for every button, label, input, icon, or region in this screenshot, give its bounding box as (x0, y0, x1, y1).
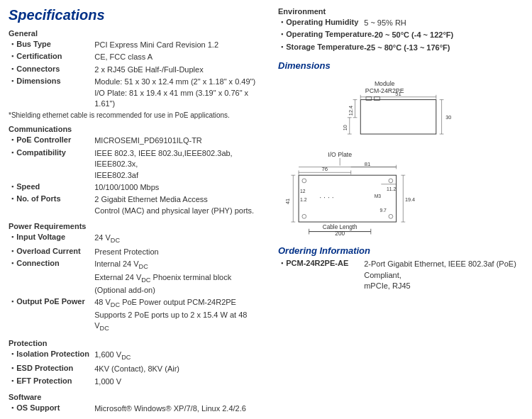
humidity-label: Operating Humidity (286, 18, 364, 26)
input-voltage-row: Input Voltage 24 VDC (9, 233, 264, 245)
output-poe-row: Output PoE Power 48 VDC PoE Power output… (9, 297, 264, 333)
ordering-title: Ordering Information (278, 245, 523, 256)
overload-value: Present Protection (94, 247, 159, 257)
protection-section: Protection Isolation Protection 1,600 VD… (9, 339, 264, 387)
power-heading: Power Requirements (9, 222, 264, 230)
overload-row: Overload Current Present Protection (9, 247, 264, 257)
svg-text:51: 51 (395, 91, 401, 97)
dimensions-row: Dimensions Module: 51 x 30 x 12.4 mm (2"… (9, 77, 264, 109)
certification-label: Certification (16, 52, 94, 60)
poe-controller-value: MICROSEMI_PD69101ILQ-TR (94, 135, 202, 146)
esd-label: ESD Protection (16, 364, 94, 372)
esd-value: 4KV (Contact), 8KV (Air) (94, 364, 179, 374)
power-section: Power Requirements Input Voltage 24 VDC … (9, 222, 264, 333)
connection-label: Connection (16, 259, 94, 267)
svg-text:81: 81 (365, 161, 371, 167)
speed-value: 10/100/1000 Mbps (94, 182, 159, 193)
svg-text:19.4: 19.4 (405, 196, 415, 203)
ordering-section: Ordering Information PCM-24R2PE-AE 2-Por… (278, 245, 523, 291)
order-row: PCM-24R2PE-AE 2-Port Gigabit Ethernet, I… (278, 259, 523, 291)
dimensions-value: Module: 51 x 30 x 12.4 mm (2" x 1.18" x … (94, 77, 264, 109)
dimensions-svg: Module PCM-24R2PE 51 12.4 (278, 75, 498, 238)
os-support-value: Microsoft® Windows® XP/7/8, Linux 2.4/2.… (94, 403, 246, 414)
general-heading: General (9, 29, 264, 38)
eft-label: EFT Protection (16, 376, 94, 385)
ports-label: No. of Ports (16, 194, 94, 203)
poe-controller-label: PoE Controller (16, 135, 94, 144)
connectors-row: Connectors 2 x RJ45 GbE Half-/Full-Duple… (9, 65, 264, 75)
svg-text:Cable Length: Cable Length (323, 224, 358, 230)
connection-row: Connection Internal 24 VDCExternal 24 VD… (9, 259, 264, 295)
speed-label: Speed (16, 182, 94, 191)
main-content: Specifications General Bus Type PCI Expr… (0, 0, 532, 419)
input-voltage-value: 24 VDC (94, 233, 120, 245)
svg-text:· · · ·: · · · · (319, 193, 334, 201)
compatibility-label: Compatibility (16, 148, 94, 157)
order-value: 2-Port Gigabit Ethernet, IEEE 802.3af (P… (364, 259, 523, 291)
svg-point-40 (389, 215, 393, 219)
svg-text:30: 30 (445, 114, 451, 121)
isolation-label: Isolation Protection (16, 350, 94, 358)
certification-value: CE, FCC class A (94, 52, 153, 62)
svg-text:11.2: 11.2 (387, 187, 396, 192)
bus-type-row: Bus Type PCI Express Mini Card Revision … (9, 40, 264, 50)
svg-rect-30 (299, 175, 397, 222)
svg-text:1.2: 1.2 (300, 197, 307, 202)
svg-point-37 (302, 179, 306, 183)
order-label: PCM-24R2PE-AE (286, 259, 364, 267)
page-title: Specifications (9, 7, 264, 23)
storage-temp-label: Storage Temperature (286, 43, 364, 51)
op-temp-value: -20 ~ 50°C (-4 ~ 122°F) (372, 30, 453, 40)
ports-row: No. of Ports 2 Gigabit Ethernet Media Ac… (9, 194, 264, 216)
input-voltage-label: Input Voltage (16, 233, 94, 241)
op-temp-row: Operating Temperature -20 ~ 50°C (-4 ~ 1… (278, 30, 523, 40)
svg-text:10: 10 (342, 125, 348, 130)
os-support-label: OS Support (16, 403, 94, 412)
dimensions-diagram: Module PCM-24R2PE 51 12.4 (278, 75, 498, 238)
output-poe-value: 48 VDC PoE Power output PCM-24R2PESuppor… (94, 297, 264, 333)
environment-heading: Environment (278, 7, 523, 16)
communications-heading: Communications (9, 125, 264, 133)
svg-text:12: 12 (300, 189, 306, 194)
svg-point-38 (302, 215, 306, 219)
output-poe-label: Output PoE Power (16, 297, 94, 306)
software-section: Software OS Support Microsoft® Windows® … (9, 393, 264, 414)
poe-controller-row: PoE Controller MICROSEMI_PD69101ILQ-TR (9, 135, 264, 146)
isolation-value: 1,600 VDC (94, 350, 131, 362)
svg-text:I/O Plate: I/O Plate (328, 151, 352, 158)
svg-rect-6 (360, 100, 436, 134)
esd-row: ESD Protection 4KV (Contact), 8KV (Air) (9, 364, 264, 374)
overload-label: Overload Current (16, 247, 94, 255)
svg-text:12.4: 12.4 (348, 106, 354, 116)
general-section: General Bus Type PCI Express Mini Card R… (9, 29, 264, 119)
certification-row: Certification CE, FCC class A (9, 52, 264, 62)
speed-row: Speed 10/100/1000 Mbps (9, 182, 264, 193)
eft-value: 1,000 V (94, 376, 121, 387)
storage-temp-value: -25 ~ 80°C (-13 ~ 176°F) (364, 43, 450, 53)
svg-text:9.7: 9.7 (379, 208, 387, 213)
environment-section: Environment Operating Humidity 5 ~ 95% R… (278, 7, 523, 53)
svg-text:Module: Module (375, 80, 395, 87)
humidity-row: Operating Humidity 5 ~ 95% RH (278, 18, 523, 28)
svg-point-39 (389, 179, 393, 183)
humidity-value: 5 ~ 95% RH (364, 18, 406, 28)
protection-heading: Protection (9, 339, 264, 347)
dimensions-label: Dimensions (16, 77, 94, 85)
storage-temp-row: Storage Temperature -25 ~ 80°C (-13 ~ 17… (278, 43, 523, 53)
left-column: Specifications General Bus Type PCI Expr… (9, 7, 271, 419)
svg-text:41: 41 (284, 199, 291, 204)
shielding-note: *Shielding ethernet cable is recommended… (9, 111, 264, 119)
ports-value: 2 Gigabit Ethernet Media AccessControl (… (94, 194, 254, 216)
bus-type-value: PCI Express Mini Card Revision 1.2 (94, 40, 218, 50)
connection-value: Internal 24 VDCExternal 24 VDC Phoenix t… (94, 259, 264, 295)
isolation-row: Isolation Protection 1,600 VDC (9, 350, 264, 362)
compatibility-row: Compatibility IEEE 802.3, IEEE 802.3u,IE… (9, 148, 264, 181)
software-heading: Software (9, 393, 264, 401)
bus-type-label: Bus Type (16, 40, 94, 48)
connectors-value: 2 x RJ45 GbE Half-/Full-Duplex (94, 65, 203, 75)
compatibility-value: IEEE 802.3, IEEE 802.3u,IEEE802.3ab, IEE… (94, 148, 264, 181)
op-temp-label: Operating Temperature (286, 30, 372, 38)
communications-section: Communications PoE Controller MICROSEMI_… (9, 125, 264, 216)
dimensions-title: Dimensions (278, 60, 523, 71)
svg-text:M3: M3 (375, 194, 382, 199)
